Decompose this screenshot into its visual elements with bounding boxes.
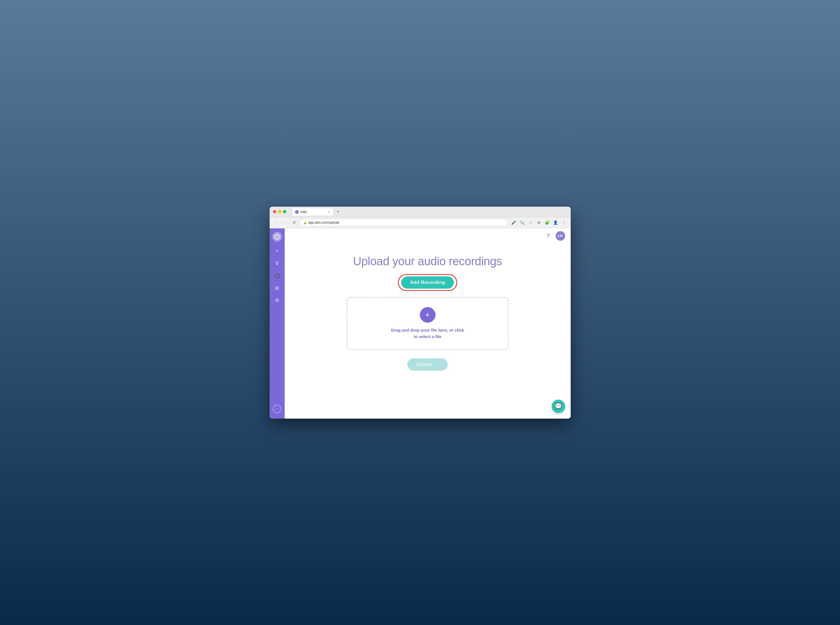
drop-add-icon: + <box>420 307 435 323</box>
upload-arrow-icon: → <box>434 362 439 367</box>
extensions-icon[interactable]: 🧩 <box>544 219 551 226</box>
help-button[interactable]: ? <box>545 232 552 240</box>
browser-addressbar: ‹ › ↺ 🔒 app.alitu.com/upload 🎤 🔍 ☆ ⊕ 🧩 👤… <box>270 217 571 229</box>
content-area: Upload your audio recordings Add Recordi… <box>285 244 571 418</box>
microphone-icon: 🎙 <box>275 261 279 266</box>
browser-titlebar: Alitu × + <box>270 207 571 217</box>
upload-label: Upload <box>416 362 432 367</box>
sidebar: + 🎙 🎧 ⊞ ⚙ › <box>270 229 285 418</box>
active-tab[interactable]: Alitu × <box>292 208 334 216</box>
minimize-traffic-light[interactable] <box>278 210 281 213</box>
sidebar-item-settings[interactable]: ⚙ <box>272 295 282 305</box>
refresh-button[interactable]: ↺ <box>291 219 298 226</box>
mic-icon[interactable]: 🎤 <box>511 219 517 226</box>
sidebar-item-grid[interactable]: ⊞ <box>272 283 282 293</box>
chevron-right-icon: › <box>276 407 278 411</box>
file-drop-zone[interactable]: + Drag and drop your file here, or click… <box>347 297 509 350</box>
upload-button[interactable]: Upload → <box>407 358 448 371</box>
main-content: ? LN Upload your audio recordings Add Re… <box>285 229 571 418</box>
tab-close-button[interactable]: × <box>327 210 331 214</box>
headphones-icon: 🎧 <box>274 273 280 279</box>
tab-favicon-icon <box>295 210 299 214</box>
content-container: Upload your audio recordings Add Recordi… <box>285 244 571 418</box>
zoom-icon[interactable]: ⊕ <box>536 219 542 226</box>
sidebar-item-listen[interactable]: 🎧 <box>272 271 282 281</box>
grid-icon: ⊞ <box>275 285 279 291</box>
page-title: Upload your audio recordings <box>353 255 502 268</box>
new-tab-button[interactable]: + <box>335 208 342 215</box>
find-icon[interactable]: 🔍 <box>519 219 526 226</box>
traffic-lights <box>273 210 286 213</box>
logo-icon <box>274 234 280 240</box>
sidebar-expand-button[interactable]: › <box>273 405 281 413</box>
account-icon[interactable]: 👤 <box>552 219 559 226</box>
more-icon[interactable]: ⋮ <box>561 219 567 226</box>
sidebar-item-record[interactable]: 🎙 <box>272 258 282 269</box>
toolbar-icons: 🎤 🔍 ☆ ⊕ 🧩 👤 ⋮ <box>511 219 567 226</box>
forward-button[interactable]: › <box>282 219 289 226</box>
user-avatar[interactable]: LN <box>556 231 565 241</box>
app-layout: + 🎙 🎧 ⊞ ⚙ › ? LN <box>270 229 571 418</box>
drop-zone-text: Drag and drop your file here, or clickto… <box>391 327 464 340</box>
chat-bubble-button[interactable]: 💬 <box>552 400 565 413</box>
browser-tabs: Alitu × + <box>292 207 567 217</box>
add-recording-button[interactable]: Add Recording <box>401 277 454 289</box>
plus-icon: + <box>275 248 278 254</box>
sidebar-logo[interactable] <box>272 232 282 242</box>
close-traffic-light[interactable] <box>273 210 276 213</box>
main-header: ? LN <box>285 229 571 244</box>
gear-icon: ⚙ <box>275 297 279 303</box>
lock-icon: 🔒 <box>303 221 307 224</box>
browser-window: Alitu × + ‹ › ↺ 🔒 app.alitu.com/upload 🎤… <box>270 207 571 418</box>
tab-title: Alitu <box>301 210 307 214</box>
fullscreen-traffic-light[interactable] <box>283 210 286 213</box>
bookmark-icon[interactable]: ☆ <box>527 219 534 226</box>
back-button[interactable]: ‹ <box>273 219 279 226</box>
chat-icon: 💬 <box>554 403 562 410</box>
url-text: app.alitu.com/upload <box>308 221 339 224</box>
address-bar[interactable]: 🔒 app.alitu.com/upload <box>300 219 508 227</box>
plus-circle-icon: + <box>425 310 430 319</box>
sidebar-item-add[interactable]: + <box>272 246 282 256</box>
add-recording-wrapper: Add Recording <box>401 277 454 289</box>
